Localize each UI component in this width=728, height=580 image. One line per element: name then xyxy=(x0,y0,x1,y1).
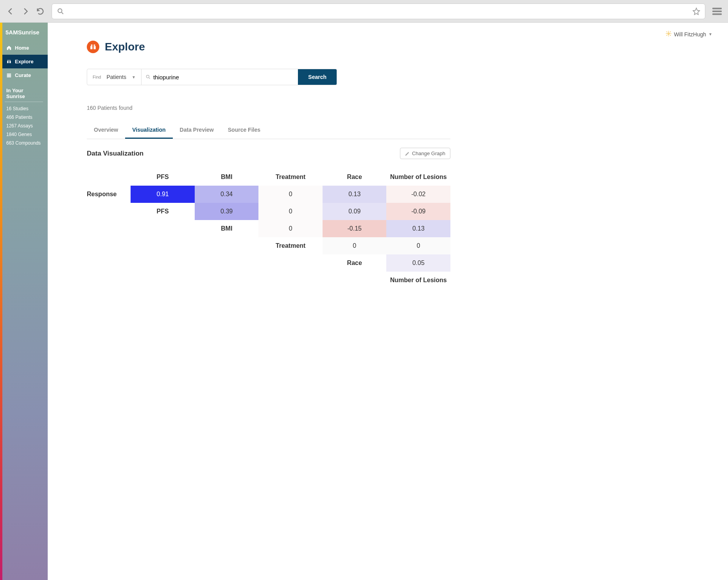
curate-icon xyxy=(6,73,12,78)
heatmap-row-header xyxy=(87,254,131,272)
back-button[interactable] xyxy=(5,5,16,17)
search-row: Find Patients ▼ Search xyxy=(87,69,337,85)
heatmap-cell: 0.13 xyxy=(323,186,387,203)
entity-select[interactable]: Find Patients ▼ xyxy=(87,69,142,85)
brand-name: 5AMSunrise xyxy=(5,29,39,36)
heatmap-cell: 0.34 xyxy=(195,186,259,203)
svg-rect-4 xyxy=(7,73,11,74)
heatmap-cell: 0.09 xyxy=(323,203,387,220)
tab-source-files[interactable]: Source Files xyxy=(221,123,267,139)
page-title: Explore xyxy=(105,41,145,53)
heatmap-col-header: Number of Lesions xyxy=(386,168,450,186)
change-graph-label: Change Graph xyxy=(412,150,445,156)
stat-assays[interactable]: 1267 Assays xyxy=(0,122,48,130)
heatmap-cell: -0.09 xyxy=(386,203,450,220)
viz-header: Data Visualization Change Graph xyxy=(87,148,450,159)
svg-rect-1 xyxy=(712,7,722,9)
user-menu[interactable]: Will FitzHugh ▼ xyxy=(665,30,712,38)
heatmap-row-header: Treatment xyxy=(258,237,323,254)
search-icon xyxy=(57,7,65,15)
pencil-icon xyxy=(405,151,410,156)
svg-rect-6 xyxy=(7,76,11,77)
gear-icon xyxy=(665,30,672,38)
reload-button[interactable] xyxy=(34,5,46,17)
svg-point-8 xyxy=(146,75,149,78)
heatmap-cell xyxy=(131,220,195,237)
heatmap-cell xyxy=(195,237,259,254)
user-name: Will FitzHugh xyxy=(674,31,706,38)
entity-value: Patients xyxy=(106,74,126,80)
sidebar-item-curate[interactable]: Curate xyxy=(0,68,48,82)
heatmap-cell xyxy=(195,272,259,289)
search-icon xyxy=(145,74,151,80)
sidebar-item-label: Explore xyxy=(15,59,34,64)
browser-chrome xyxy=(0,0,728,23)
heatmap-col-header: Race xyxy=(323,168,387,186)
heatmap-cell: 0.05 xyxy=(386,254,450,272)
heatmap-col-header: PFS xyxy=(131,168,195,186)
find-label: Find xyxy=(93,75,101,79)
svg-rect-5 xyxy=(7,75,11,75)
results-count: 160 Patients found xyxy=(87,105,450,111)
stat-genes[interactable]: 1840 Genes xyxy=(0,130,48,139)
binoculars-icon xyxy=(6,59,12,64)
change-graph-button[interactable]: Change Graph xyxy=(400,148,450,159)
logo: 5AMSunrise xyxy=(0,23,48,41)
heatmap-cell: 0 xyxy=(386,237,450,254)
search-button[interactable]: Search xyxy=(298,69,337,85)
heatmap-cell xyxy=(131,254,195,272)
explore-icon xyxy=(87,41,99,53)
heatmap-col-header: BMI xyxy=(195,168,259,186)
sidebar-item-home[interactable]: Home xyxy=(0,41,48,55)
tab-data-preview[interactable]: Data Preview xyxy=(173,123,221,139)
heatmap-cell: 0 xyxy=(258,203,323,220)
heatmap-row-header xyxy=(87,220,131,237)
heatmap-row-header xyxy=(87,203,131,220)
tab-visualization[interactable]: Visualization xyxy=(125,123,172,139)
stat-patients[interactable]: 466 Patients xyxy=(0,113,48,122)
heatmap-row-header: Response xyxy=(87,186,131,203)
heatmap-cell: -0.15 xyxy=(323,220,387,237)
home-icon xyxy=(6,45,12,51)
chevron-down-icon: ▼ xyxy=(708,32,712,36)
sidebar-item-label: Curate xyxy=(15,72,31,78)
sidebar-item-label: Home xyxy=(15,45,29,51)
star-icon[interactable] xyxy=(692,7,700,15)
heatmap-cell: -0.02 xyxy=(386,186,450,203)
forward-button[interactable] xyxy=(20,5,31,17)
main-content: Will FitzHugh ▼ Explore Find Patients ▼ xyxy=(48,23,728,580)
heatmap-cell xyxy=(258,254,323,272)
heatmap-cell: 0.13 xyxy=(386,220,450,237)
sidebar-item-explore[interactable]: Explore xyxy=(0,55,48,68)
svg-rect-3 xyxy=(712,13,722,15)
chevron-down-icon: ▼ xyxy=(132,75,136,79)
heatmap-row-header xyxy=(87,237,131,254)
heatmap-cell: 0.39 xyxy=(195,203,259,220)
stat-studies[interactable]: 16 Studies xyxy=(0,104,48,113)
search-input[interactable] xyxy=(153,70,294,84)
viz-heading: Data Visualization xyxy=(87,150,143,158)
heatmap-cell: 0 xyxy=(258,220,323,237)
heatmap-col-header: Treatment xyxy=(258,168,323,186)
svg-rect-2 xyxy=(712,11,722,12)
url-bar[interactable] xyxy=(52,4,705,19)
heatmap-cell xyxy=(323,272,387,289)
stat-compounds[interactable]: 663 Compounds xyxy=(0,139,48,147)
heatmap-cell xyxy=(131,272,195,289)
heatmap-row-header: Number of Lesions xyxy=(386,272,450,289)
svg-point-0 xyxy=(58,9,62,13)
heatmap-row-header: PFS xyxy=(131,203,195,220)
search-input-wrap xyxy=(142,69,298,85)
heatmap-row-header: Race xyxy=(323,254,387,272)
correlation-heatmap: PFSBMITreatmentRaceNumber of LesionsResp… xyxy=(87,168,450,289)
heatmap-row-header xyxy=(87,272,131,289)
sidebar: 5AMSunrise Home Explore Curate In Your S… xyxy=(0,23,48,580)
heatmap-cell: 0 xyxy=(323,237,387,254)
heatmap-cell: 0.91 xyxy=(131,186,195,203)
heatmap-cell: 0 xyxy=(258,186,323,203)
sidebar-section-header: In Your Sunrise xyxy=(5,82,43,102)
menu-button[interactable] xyxy=(711,5,723,18)
heatmap-cell xyxy=(195,254,259,272)
heatmap-cell xyxy=(131,237,195,254)
tab-overview[interactable]: Overview xyxy=(87,123,125,139)
